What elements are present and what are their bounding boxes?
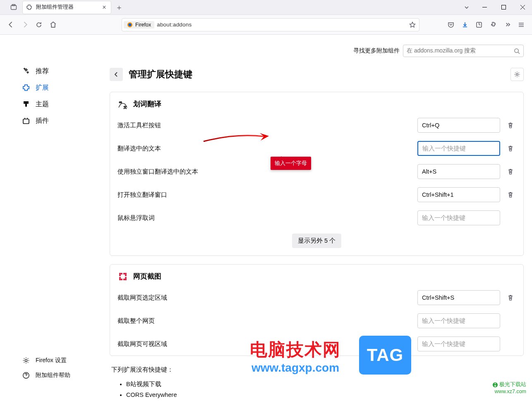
shortcut-row: 使用独立窗口翻译选中的文本Alt+S	[110, 160, 523, 183]
reload-button[interactable]	[32, 18, 46, 31]
sidebar-item-recommendations[interactable]: 推荐	[18, 63, 101, 79]
sidebar: 推荐 扩展 主题 插件 Firefox 设置 附加组件帮助	[0, 35, 110, 401]
window-minimize-button[interactable]	[475, 0, 494, 15]
shortcut-input[interactable]: Ctrl+Shift+1	[417, 187, 500, 202]
gear-icon	[22, 356, 31, 365]
svg-rect-6	[23, 119, 29, 124]
sidebar-item-firefox-settings[interactable]: Firefox 设置	[18, 353, 101, 368]
tab-title: 附加组件管理器	[36, 4, 98, 11]
shortcut-label: 截取网页可视区域	[117, 340, 412, 348]
extension-icon	[117, 271, 128, 282]
navigation-toolbar: Firefox about:addons	[0, 15, 532, 35]
shortcut-delete-button[interactable]	[505, 143, 516, 154]
back-button[interactable]	[4, 18, 17, 31]
url-identity-label: Firefox	[135, 22, 151, 28]
shortcut-delete-button[interactable]	[505, 292, 516, 303]
sidebar-item-label: 插件	[36, 117, 49, 125]
search-placeholder: 在 addons.mozilla.org 搜索	[407, 47, 514, 55]
new-tab-button[interactable]: ＋	[113, 1, 125, 14]
shortcut-delete-button[interactable]	[505, 189, 516, 200]
no-shortcut-title: 下列扩展没有快捷键：	[111, 366, 524, 374]
sidebar-item-label: 推荐	[36, 67, 49, 76]
shortcut-input[interactable]: 输入一个快捷键	[417, 313, 500, 328]
extension-name: 划词翻译	[133, 100, 161, 109]
plugin-icon	[22, 116, 31, 125]
svg-point-9	[515, 48, 518, 52]
shortcut-label: 激活工具栏按钮	[117, 122, 412, 129]
forward-button[interactable]	[18, 18, 31, 31]
tab-close-button[interactable]: ×	[101, 4, 108, 11]
shortcut-row: 截取网页选定区域Ctrl+Shift+S	[110, 286, 523, 309]
shortcut-input[interactable]: 输入一个快捷键	[417, 141, 500, 156]
no-shortcut-section: 下列扩展没有快捷键： B站视频下载CORS EverywhereGlobal S…	[110, 364, 524, 401]
paintbrush-icon	[22, 100, 31, 109]
svg-text:en: en	[119, 101, 122, 103]
shortcut-row: 打开独立翻译窗口Ctrl+Shift+1	[110, 183, 523, 206]
shortcut-label: 截取网页选定区域	[117, 294, 412, 302]
search-addons-input[interactable]: 在 addons.mozilla.org 搜索	[403, 45, 524, 57]
sidebar-item-themes[interactable]: 主题	[18, 96, 101, 112]
back-to-extensions-button[interactable]	[110, 68, 123, 81]
main-content: 寻找更多附加组件 在 addons.mozilla.org 搜索 管理扩展快捷键…	[110, 35, 532, 401]
svg-point-7	[25, 359, 27, 361]
title-bar: 附加组件管理器 × ＋	[0, 0, 532, 15]
svg-rect-2	[501, 5, 506, 10]
search-icon	[514, 48, 520, 54]
url-text: about:addons	[157, 21, 405, 28]
sidebar-item-label: 主题	[36, 100, 49, 109]
svg-point-4	[129, 23, 132, 26]
no-shortcut-list: B站视频下载CORS EverywhereGlobal Speed: 视频速度控…	[111, 379, 524, 401]
extension-card: en文划词翻译激活工具栏按钮Ctrl+Q翻译选中的文本输入一个快捷键输入一个字母…	[110, 92, 524, 256]
sidebar-item-plugins[interactable]: 插件	[18, 112, 101, 129]
bookmark-star-button[interactable]	[407, 20, 417, 30]
home-button[interactable]	[46, 18, 60, 31]
url-bar[interactable]: Firefox about:addons	[122, 18, 419, 31]
show-more-button[interactable]: 显示另外 5 个	[292, 234, 341, 248]
sidebar-item-addon-help[interactable]: 附加组件帮助	[18, 368, 101, 383]
shortcut-label: 使用独立窗口翻译选中的文本	[117, 168, 412, 176]
shortcut-label: 翻译选中的文本	[117, 145, 412, 153]
extension-card: 网页截图截取网页选定区域Ctrl+Shift+S截取整个网页输入一个快捷键截取网…	[110, 264, 524, 356]
overflow-button[interactable]	[501, 18, 514, 31]
account-button[interactable]	[472, 18, 486, 31]
shortcut-input[interactable]: 输入一个快捷键	[417, 337, 500, 351]
shortcut-delete-button[interactable]	[505, 120, 516, 131]
shortcut-delete-button[interactable]	[505, 166, 516, 177]
shortcut-input[interactable]: Ctrl+Q	[417, 118, 500, 133]
sidebar-item-extensions[interactable]: 扩展	[18, 79, 101, 96]
help-icon	[22, 371, 31, 380]
shortcut-row: 翻译选中的文本输入一个快捷键输入一个字母	[110, 137, 523, 160]
browser-tab[interactable]: 附加组件管理器 ×	[22, 1, 111, 14]
page-title: 管理扩展快捷键	[129, 68, 505, 81]
url-identity-box[interactable]: Firefox	[124, 21, 154, 29]
shortcut-input[interactable]: Ctrl+Shift+S	[417, 290, 500, 305]
tabs-dropdown-button[interactable]	[458, 1, 475, 14]
extension-icon: en文	[117, 99, 128, 110]
shortcut-row: 鼠标悬浮取词输入一个快捷键	[110, 206, 523, 229]
search-addons-label: 寻找更多附加组件	[353, 47, 400, 55]
shortcut-row: 激活工具栏按钮Ctrl+Q	[110, 114, 523, 137]
window-maximize-button[interactable]	[494, 0, 513, 15]
shortcut-row: 截取网页可视区域输入一个快捷键	[110, 332, 523, 356]
shortcut-label: 打开独立翻译窗口	[117, 191, 412, 199]
app-menu-button[interactable]	[515, 18, 528, 31]
shortcut-input[interactable]: Alt+S	[417, 164, 500, 179]
shortcut-row: 截取整个网页输入一个快捷键	[110, 309, 523, 332]
extension-name: 网页截图	[133, 272, 161, 281]
svg-point-10	[516, 74, 518, 76]
downloads-button[interactable]	[458, 18, 472, 31]
shortcut-label: 鼠标悬浮取词	[117, 214, 412, 222]
shortcut-label: 截取整个网页	[117, 317, 412, 325]
pocket-button[interactable]	[444, 18, 458, 31]
extensions-button[interactable]	[486, 18, 500, 31]
window-close-button[interactable]	[513, 0, 532, 15]
puzzle-icon	[22, 83, 31, 92]
shortcut-settings-button[interactable]	[510, 68, 524, 81]
sidebar-item-label: Firefox 设置	[36, 357, 67, 364]
sidebar-item-label: 附加组件帮助	[36, 372, 70, 379]
shortcut-error-tooltip: 输入一个字母	[271, 157, 311, 170]
tab-spaces-button[interactable]	[7, 1, 20, 14]
shortcut-input[interactable]: 输入一个快捷键	[417, 210, 500, 225]
sparkle-icon	[22, 67, 31, 76]
firefox-logo-icon	[127, 22, 133, 28]
